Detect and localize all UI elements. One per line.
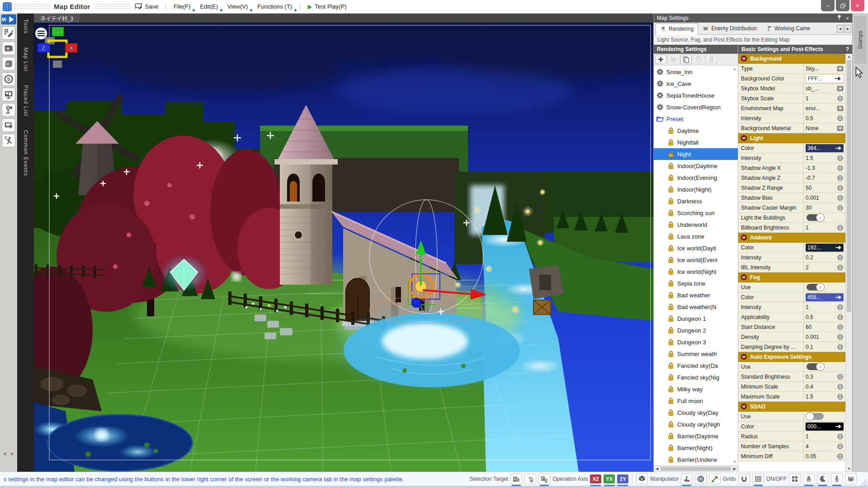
event-card-tool-button[interactable] <box>2 118 15 132</box>
preset-item[interactable]: Preset <box>654 113 738 125</box>
map-tab[interactable]: ネイテイ村_3 <box>34 14 80 23</box>
property-value[interactable]: 4 <box>804 441 845 451</box>
property-value[interactable]: I <box>804 213 845 222</box>
property-value[interactable]: sb_... <box>804 84 845 93</box>
tab-enemy-distribution[interactable]: Enemy Distribution <box>698 23 761 34</box>
toggle-lights-button[interactable] <box>803 474 815 484</box>
section-header-ssao[interactable]: SSAO <box>738 402 845 412</box>
pin-icon[interactable] <box>836 14 842 22</box>
axis-xz-button[interactable]: XZ <box>590 474 601 483</box>
preset-horizontal-scrollbar[interactable]: ◀ ▶ <box>654 465 738 472</box>
property-value[interactable]: 0.3 <box>804 372 845 381</box>
help-button[interactable]: ? <box>846 46 849 52</box>
preset-item[interactable]: Barrier(Daytime <box>654 430 738 442</box>
preset-item[interactable]: Scorching sun <box>654 207 738 219</box>
preset-item[interactable]: Sepia tone <box>654 277 738 289</box>
preset-item[interactable]: Ice_Cave <box>654 78 738 89</box>
close-icon[interactable]: × <box>845 15 849 22</box>
property-value[interactable]: -0.7 <box>804 173 845 183</box>
resize-grip[interactable] <box>860 479 867 486</box>
tab-scroll-left[interactable]: ◀ <box>837 25 844 33</box>
preset-item[interactable]: Daytime <box>654 125 738 136</box>
list-scroll-down-icon[interactable]: ▼ <box>733 460 736 464</box>
menu-functions[interactable]: Functions (T) <box>253 1 297 12</box>
toggle-night-mode-button[interactable] <box>817 474 829 484</box>
section-header-fog[interactable]: Fog <box>738 272 845 282</box>
preset-item[interactable]: Darkness <box>654 195 738 207</box>
preset-item[interactable]: Nightfall <box>654 136 738 148</box>
vscroll-thumb[interactable] <box>847 60 851 312</box>
property-value[interactable]: -1.3 <box>804 163 845 173</box>
hscroll-left-icon[interactable]: ◀ <box>654 467 660 471</box>
preset-item[interactable]: Barrier(Night) <box>654 442 738 454</box>
color-chip[interactable]: 455... <box>806 293 844 301</box>
close-button[interactable]: × <box>851 0 864 11</box>
select-lock-button[interactable]: A <box>524 474 536 484</box>
property-value[interactable]: 0.001 <box>804 332 845 342</box>
preset-item[interactable]: Snow-CoverdRegion <box>654 101 738 113</box>
section-header-auto-exposure-settings[interactable]: Auto Exposure Settings <box>738 352 845 362</box>
region-r-tool-button[interactable]: R <box>2 42 15 55</box>
select-buildings-button[interactable] <box>510 474 522 484</box>
stamp-tool-button[interactable] <box>2 26 15 40</box>
color-chip[interactable]: 192... <box>806 244 844 252</box>
preset-item[interactable]: Ice world(Dayti <box>654 242 738 254</box>
preset-item[interactable]: Barrier(Underw <box>654 454 738 465</box>
section-header-background[interactable]: Background <box>738 54 845 64</box>
restore-button[interactable] <box>836 0 849 11</box>
section-header-ambient[interactable]: Ambient <box>738 233 845 243</box>
property-value[interactable]: 1.5 <box>804 392 845 401</box>
minimize-button[interactable]: – <box>821 0 835 11</box>
property-value[interactable]: 50 <box>804 183 845 192</box>
toggle-off[interactable] <box>807 413 824 420</box>
preset-item[interactable]: Dungeon 3 <box>654 336 738 348</box>
property-value[interactable]: 0.5 <box>804 312 845 322</box>
toggle-on[interactable]: I <box>807 214 824 221</box>
hscroll-right-icon[interactable]: ▶ <box>731 467 738 471</box>
save-button[interactable]: Save <box>130 1 163 13</box>
property-value[interactable]: 2 <box>804 263 845 272</box>
preset-item[interactable]: Snow_Inn <box>654 66 738 78</box>
property-value[interactable]: Sky... <box>804 64 845 73</box>
property-value[interactable]: 30 <box>804 203 845 212</box>
property-value[interactable]: 0.001 <box>804 193 845 202</box>
preset-item[interactable]: Fancied sky(Da <box>654 360 738 371</box>
toggle-on[interactable]: I <box>807 284 824 291</box>
preset-item[interactable]: Indoor(Night) <box>654 183 738 195</box>
color-chip[interactable]: FFF... <box>806 74 844 83</box>
hscroll-thumb[interactable] <box>660 467 731 471</box>
property-value[interactable]: 364... <box>804 143 845 153</box>
color-chip[interactable]: 000... <box>806 422 844 431</box>
app-icon[interactable] <box>3 2 12 11</box>
manipulator-move-button[interactable] <box>681 474 693 484</box>
map-list-toggle-button[interactable]: M· <box>1 14 16 24</box>
property-value[interactable]: 1 <box>804 223 845 232</box>
viewport-scene[interactable]: Y Z X <box>34 23 653 472</box>
event-run-tool-button[interactable] <box>2 134 15 147</box>
property-value[interactable]: 0.5 <box>804 113 845 123</box>
preset-item[interactable]: Ice world(Eveni <box>654 254 738 266</box>
toggle-characters-button[interactable] <box>831 474 843 484</box>
toggle-enemies-button[interactable] <box>845 474 857 484</box>
tab-stamps[interactable]: Stamps <box>854 16 867 64</box>
property-value[interactable]: 0.2 <box>804 253 845 262</box>
property-value[interactable]: 1 <box>804 94 845 103</box>
side-tab-map-list[interactable]: Map List <box>23 47 29 71</box>
manipulator-scale-button[interactable] <box>709 474 721 484</box>
preset-item[interactable]: Fancied sky(Nig <box>654 371 738 383</box>
shadow-tool-button[interactable]: S <box>2 72 15 86</box>
property-value[interactable]: 0.1 <box>804 342 845 352</box>
side-tab-placed-list[interactable]: Placed List <box>23 85 29 117</box>
preset-item[interactable]: Ice world(Night <box>654 266 738 277</box>
preset-item[interactable]: Bad weather(N <box>654 301 738 313</box>
property-value[interactable] <box>804 412 845 421</box>
rail-scroll-right[interactable]: > <box>11 451 14 456</box>
list-scroll-up-icon[interactable]: ▲ <box>733 67 736 71</box>
property-value[interactable]: 000... <box>804 422 845 431</box>
preset-item[interactable]: Lava zone <box>654 230 738 242</box>
test-play-button[interactable]: ▶ Test Play(P) <box>303 1 351 12</box>
property-value[interactable]: 1 <box>804 302 845 312</box>
property-value[interactable]: 1 <box>804 432 845 441</box>
preset-item[interactable]: Indoor(Daytime <box>654 160 738 172</box>
property-value[interactable]: 0.4 <box>804 382 845 391</box>
